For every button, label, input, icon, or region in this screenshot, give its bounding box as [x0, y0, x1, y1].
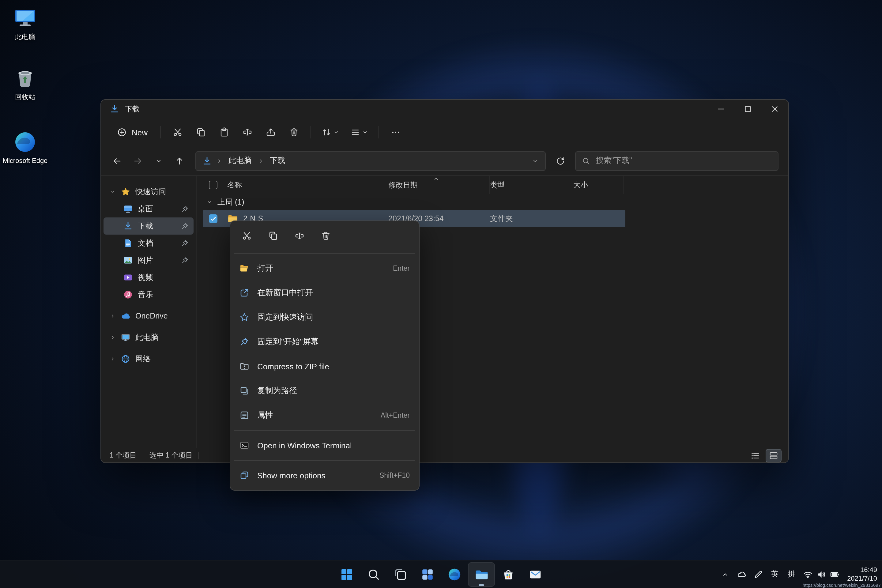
refresh-button[interactable] [550, 151, 570, 171]
menu-item-label: 打开 [257, 263, 385, 274]
share-icon [266, 128, 276, 137]
network-volume-battery-button[interactable] [801, 564, 842, 584]
paste-button[interactable] [213, 123, 235, 142]
chevron-right-icon[interactable] [110, 356, 116, 362]
taskbar-task-view-button[interactable] [387, 562, 414, 586]
up-button[interactable] [170, 151, 189, 171]
forward-icon [133, 156, 143, 166]
maximize-button[interactable] [734, 100, 761, 118]
chevron-right-icon[interactable] [110, 334, 116, 340]
select-all-checkbox[interactable] [209, 181, 218, 189]
rename-button[interactable] [236, 123, 258, 142]
column-header-name[interactable]: 名称 [227, 176, 388, 194]
share-button[interactable] [260, 123, 282, 142]
content-view-icon [769, 450, 778, 460]
menu-item-copy-as-path[interactable]: 复制为路径 [233, 378, 417, 403]
copy-button[interactable] [190, 123, 212, 142]
navigation-bar: 此电脑 下载 搜索"下载" [101, 146, 788, 176]
pin-icon [181, 205, 189, 213]
menu-item-properties[interactable]: 属性Alt+Enter [233, 403, 417, 428]
column-header-size[interactable]: 大小 [573, 176, 624, 194]
menu-item-pin-quick-access[interactable]: 固定到快速访问 [233, 305, 417, 330]
sort-button[interactable] [316, 123, 344, 142]
taskbar-store-button[interactable] [495, 562, 522, 586]
cut-button[interactable] [166, 123, 189, 142]
delete-icon [321, 231, 331, 241]
sidebar-item-music[interactable]: 音乐 [104, 286, 194, 303]
breadcrumb-downloads[interactable]: 下载 [268, 156, 287, 166]
taskbar-widgets-button[interactable] [414, 562, 441, 586]
ime-language-button[interactable]: 英 [768, 564, 782, 584]
address-dropdown-icon[interactable] [532, 157, 539, 165]
view-button[interactable] [345, 123, 373, 142]
chevron-right-icon [216, 158, 222, 164]
delete-button[interactable] [283, 123, 305, 142]
sidebar-item-documents[interactable]: 文档 [104, 235, 194, 252]
toolbar-separator [160, 126, 161, 138]
recent-locations-button[interactable] [149, 151, 168, 171]
context-delete-button[interactable] [314, 225, 338, 246]
menu-item-show-more[interactable]: Show more optionsShift+F10 [233, 463, 417, 488]
sidebar-item-pictures[interactable]: 图片 [104, 252, 194, 269]
address-bar[interactable]: 此电脑 下载 [195, 151, 546, 171]
taskbar-edge-button[interactable] [441, 562, 468, 586]
more-icon [391, 128, 400, 137]
sidebar-item-desktop[interactable]: 桌面 [104, 200, 194, 218]
context-rename-button[interactable] [288, 225, 311, 246]
context-copy-button[interactable] [261, 225, 285, 246]
context-cut-button[interactable] [235, 225, 258, 246]
group-header[interactable]: 上周 (1) [196, 194, 788, 210]
menu-item-compress-zip[interactable]: Compress to ZIP file [233, 354, 417, 378]
chevron-down-icon[interactable] [110, 189, 116, 195]
sidebar-item-onedrive[interactable]: OneDrive [104, 308, 194, 325]
menu-item-open-new-window[interactable]: 在新窗口中打开 [233, 280, 417, 305]
column-header-date[interactable]: 修改日期 [388, 176, 490, 194]
sidebar-item-downloads[interactable]: 下载 [104, 218, 194, 235]
new-button[interactable]: New [110, 123, 155, 142]
menu-item-label: 在新窗口中打开 [257, 287, 410, 298]
desktop-icon-recycle-bin[interactable]: 回收站 [2, 66, 48, 101]
more-options-button[interactable] [385, 123, 407, 142]
desktop-icon-this-pc[interactable]: 此电脑 [2, 6, 48, 41]
menu-item-open[interactable]: 打开Enter [233, 256, 417, 280]
plus-icon [117, 128, 127, 137]
menu-item-shortcut: Alt+Enter [381, 412, 410, 419]
taskbar-explorer-button[interactable] [468, 562, 495, 586]
sidebar-item-this-pc[interactable]: 此电脑 [104, 329, 194, 346]
menu-item-label: 属性 [257, 410, 373, 421]
downloads-icon [110, 104, 119, 114]
sidebar-item-network[interactable]: 网络 [104, 350, 194, 368]
tray-overflow-button[interactable] [718, 564, 732, 584]
close-button[interactable] [761, 100, 788, 118]
content-view-button[interactable] [766, 449, 781, 462]
menu-item-pin-start[interactable]: 固定到"开始"屏幕 [233, 330, 417, 354]
sidebar-item-quick-access[interactable]: 快速访问 [104, 183, 194, 200]
chevron-right-icon[interactable] [110, 313, 116, 319]
menu-item-open-terminal[interactable]: Open in Windows Terminal [233, 433, 417, 458]
desktop-icon-edge[interactable]: Microsoft Edge [2, 130, 48, 165]
chevron-right-icon [258, 158, 264, 164]
column-header-type[interactable]: 类型 [490, 176, 573, 194]
taskbar-start-button[interactable] [333, 562, 360, 586]
sidebar-item-videos[interactable]: 视频 [104, 269, 194, 286]
search-input[interactable]: 搜索"下载" [575, 151, 778, 171]
back-button[interactable] [107, 151, 127, 171]
breadcrumb-this-pc[interactable]: 此电脑 [226, 156, 253, 166]
battery-icon [830, 569, 840, 579]
pen-tray-button[interactable] [751, 564, 766, 584]
group-collapse-icon[interactable] [206, 199, 213, 205]
details-view-button[interactable] [748, 449, 763, 462]
ime-mode-button[interactable]: 拼 [784, 564, 799, 584]
recycle-bin-icon [13, 66, 38, 91]
view-toggle [748, 449, 781, 462]
desktop-icon-label: 回收站 [2, 93, 48, 101]
minimize-button[interactable] [707, 100, 734, 118]
clock[interactable]: 16:49 2021/7/10 [847, 566, 877, 582]
forward-button[interactable] [128, 151, 148, 171]
taskbar-search-button[interactable] [360, 562, 387, 586]
row-checkbox[interactable] [209, 214, 218, 223]
taskbar-mail-button[interactable] [522, 562, 549, 586]
onedrive-tray-button[interactable] [734, 564, 749, 584]
task-view-icon [393, 567, 408, 582]
sort-ascending-icon [433, 176, 439, 182]
